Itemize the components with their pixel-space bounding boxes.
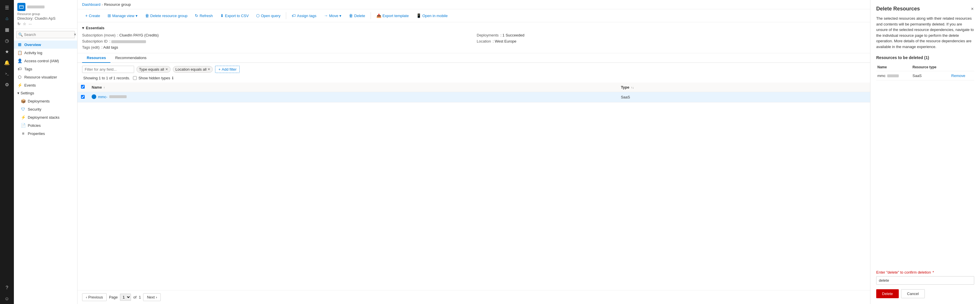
open-query-button[interactable]: ⬡ Open query xyxy=(253,11,283,20)
delete-row-remove-cell: Remove xyxy=(950,71,974,80)
create-button[interactable]: + Create xyxy=(82,11,103,20)
nav-item-properties[interactable]: ≡ Properties xyxy=(14,130,77,138)
cancel-delete-button[interactable]: Cancel xyxy=(901,289,925,298)
col-type-header[interactable]: Type ↑↓ xyxy=(617,83,870,92)
show-hidden-checkbox[interactable] xyxy=(133,76,137,80)
location-value: : West Europe xyxy=(493,39,516,43)
delete-panel-close-button[interactable]: × xyxy=(970,6,974,12)
nav-item-deployments[interactable]: 📦 Deployments xyxy=(14,97,77,105)
type-filter-chip[interactable]: Type equals all ✕ xyxy=(137,66,170,73)
export-csv-icon: ⬇ xyxy=(220,13,224,18)
delete-rg-button[interactable]: 🗑 Delete resource group xyxy=(142,11,191,20)
pagination: ‹ Previous Page 1 of 1 Next › xyxy=(78,290,870,304)
delete-button[interactable]: 🗑 Delete xyxy=(346,11,368,20)
export-template-icon: 📤 xyxy=(376,13,381,18)
assign-tags-button[interactable]: 🏷 Assign tags xyxy=(288,11,320,20)
cloud-shell-icon[interactable]: >_ xyxy=(1,68,13,79)
delete-resources-table: Name Resource type mmc SaaS Remove xyxy=(876,63,974,80)
properties-icon: ≡ xyxy=(21,131,25,136)
nav-item-resource-visualizer[interactable]: ⬡ Resource visualizer xyxy=(14,73,77,81)
svg-rect-0 xyxy=(19,5,24,8)
confirm-section: Enter "delete" to confirm deletion * Del… xyxy=(876,264,974,298)
open-mobile-button[interactable]: 📱 Open in mobile xyxy=(413,11,451,20)
search-icon: 🔍 xyxy=(18,32,23,37)
row-checkbox[interactable] xyxy=(81,95,85,99)
field-filter-input[interactable] xyxy=(82,66,134,73)
settings-section-header[interactable]: ▾ Settings xyxy=(14,89,77,97)
confirm-delete-input[interactable] xyxy=(876,276,974,285)
export-csv-button[interactable]: ⬇ Export to CSV xyxy=(217,11,252,20)
refresh-header-icon[interactable]: ↻ xyxy=(18,22,21,26)
previous-button[interactable]: ‹ Previous xyxy=(82,293,107,301)
delete-row-name-cell: mmc xyxy=(876,71,911,80)
deployments-link[interactable]: 1 Succeeded xyxy=(503,33,524,37)
search-input[interactable] xyxy=(24,32,73,37)
breadcrumb-dashboard[interactable]: Dashboard xyxy=(82,2,100,6)
menu-icon[interactable]: ☰ xyxy=(1,2,13,13)
home-icon[interactable]: ⌂ xyxy=(1,13,13,24)
move-button[interactable]: → Move ▾ xyxy=(321,11,345,20)
col-checkbox xyxy=(78,83,88,92)
subscription-row: Subscription (move) : CluedIn PAYG (Cred… xyxy=(82,33,471,37)
delete-row-type-cell: SaaS xyxy=(911,71,950,80)
star-icon[interactable]: ☆ xyxy=(23,22,26,26)
tab-resources[interactable]: Resources xyxy=(82,53,110,63)
deployments-row: Deployments : 1 Succeeded xyxy=(477,33,865,37)
nav-item-access-control[interactable]: 👤 Access control (IAM) xyxy=(14,57,77,65)
main-content: Dashboard › Resource group + Create ⊞ Ma… xyxy=(78,0,870,304)
recent-icon[interactable]: ◷ xyxy=(1,35,13,46)
feedback-icon[interactable]: ☺ xyxy=(1,294,13,304)
table-row[interactable]: mmc- SaaS xyxy=(78,92,870,102)
delete-icon: 🗑 xyxy=(349,13,353,18)
nav-item-security[interactable]: 🛡 Security xyxy=(14,105,77,113)
move-icon: → xyxy=(324,13,328,18)
manage-view-button[interactable]: ⊞ Manage view ▾ xyxy=(104,11,141,20)
nav-item-overview[interactable]: ⊞ Overview xyxy=(14,40,77,49)
export-template-button[interactable]: 📤 Export template xyxy=(373,11,412,20)
of-label: of xyxy=(133,295,137,299)
select-all-checkbox[interactable] xyxy=(81,85,85,89)
nav-item-tags[interactable]: 🏷 Tags xyxy=(14,65,77,73)
filter-bar: Type equals all ✕ Location equals all ✕ … xyxy=(78,63,870,76)
delete-table-row: mmc SaaS Remove xyxy=(876,71,974,80)
notifications-icon[interactable]: 🔔 xyxy=(1,57,13,68)
ellipsis-icon[interactable]: ··· xyxy=(29,22,32,26)
subscription-link[interactable]: CluedIn PAYG (Credits) xyxy=(119,33,159,37)
resource-name-blurred xyxy=(27,5,45,8)
policies-icon: 📄 xyxy=(21,123,25,128)
confirm-delete-button[interactable]: Delete xyxy=(876,289,899,298)
col-name-header[interactable]: Name ↑ xyxy=(88,83,617,92)
row-checkbox-cell xyxy=(78,92,88,102)
delete-name-blurred xyxy=(887,74,899,77)
clear-search-button[interactable]: ✕ xyxy=(74,33,76,37)
favorites-icon[interactable]: ★ xyxy=(1,46,13,57)
nav-item-deployment-stacks[interactable]: ⚡ Deployment stacks xyxy=(14,113,77,121)
help-icon[interactable]: ? xyxy=(1,283,13,293)
record-count: Showing 1 to 1 of 1 records. xyxy=(83,76,130,80)
row-name-link[interactable]: mmc- xyxy=(98,95,108,99)
refresh-button[interactable]: ↻ Refresh xyxy=(192,11,216,20)
nav-item-events[interactable]: ⚡ Events xyxy=(14,81,77,89)
nav-item-activity-log[interactable]: 📋 Activity log xyxy=(14,49,77,57)
nav-item-policies[interactable]: 📄 Policies xyxy=(14,121,77,130)
type-filter-close[interactable]: ✕ xyxy=(165,67,168,71)
remove-resource-link[interactable]: Remove xyxy=(951,74,965,78)
show-hidden-label[interactable]: Show hidden types xyxy=(138,76,170,80)
next-button[interactable]: Next › xyxy=(143,293,161,301)
add-filter-button[interactable]: + Add filter xyxy=(215,66,240,73)
settings-global-icon[interactable]: ⚙ xyxy=(1,79,13,90)
resource-table-container: Name ↑ Type ↑↓ xyxy=(78,83,870,290)
dashboard-icon[interactable]: ▦ xyxy=(1,24,13,35)
delete-panel-header: Delete Resources × xyxy=(876,6,974,12)
tab-recommendations[interactable]: Recommendations xyxy=(110,53,151,63)
directory-label: Directory: xyxy=(18,16,33,21)
security-icon: 🛡 xyxy=(21,107,25,112)
essentials-chevron[interactable]: ▾ xyxy=(82,26,84,30)
tags-add-link[interactable]: Add tags xyxy=(103,45,118,50)
info-icon[interactable]: ℹ xyxy=(172,76,173,80)
activity-log-icon: 📋 xyxy=(18,50,22,55)
location-filter-chip[interactable]: Location equals all ✕ xyxy=(173,66,213,73)
page-select[interactable]: 1 xyxy=(120,294,131,301)
page-label: Page xyxy=(109,295,118,299)
location-filter-close[interactable]: ✕ xyxy=(208,67,210,71)
